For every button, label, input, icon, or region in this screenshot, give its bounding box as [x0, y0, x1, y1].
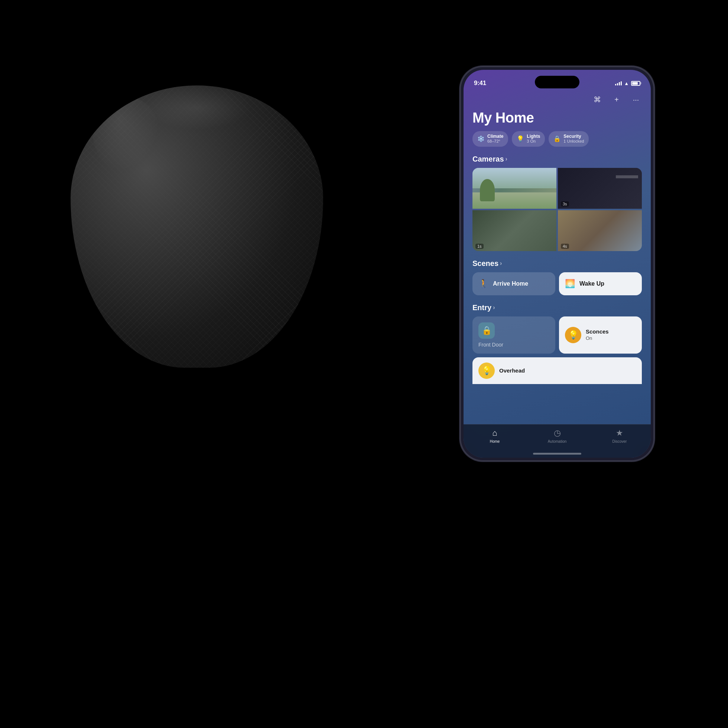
- camera-cell-front[interactable]: [473, 168, 557, 209]
- front-door-label: Front Door: [479, 342, 549, 348]
- camera-timestamp-2: 3s: [561, 201, 569, 206]
- camera-timestamp-3: 1s: [476, 244, 483, 249]
- page-title: My Home: [473, 110, 642, 126]
- wake-up-button[interactable]: 🌅 Wake Up: [559, 272, 642, 295]
- homepod-body: [70, 86, 323, 368]
- nav-automation-label: Automation: [548, 439, 567, 444]
- arrive-home-button[interactable]: 🚶 Arrive Home: [473, 272, 555, 295]
- overhead-label: Overhead: [499, 367, 636, 375]
- camera-timestamp-4: 4s: [561, 244, 569, 249]
- scenes-section-header[interactable]: Scenes ›: [473, 259, 642, 268]
- iphone-device: 9:41 ▲ ⌘: [460, 67, 654, 460]
- homepod-speaker: [44, 74, 349, 379]
- lights-pill[interactable]: 💡 Lights 3 On: [512, 131, 545, 147]
- security-pill-text: Security 1 Unlocked: [563, 134, 584, 144]
- camera-grid: 3s 1s 4s: [473, 168, 642, 251]
- overhead-text: Overhead: [499, 367, 636, 375]
- scenes-row: 🚶 Arrive Home 🌅 Wake Up: [473, 272, 642, 295]
- sconces-title: Sconces: [586, 328, 636, 335]
- signal-bars-icon: [615, 81, 622, 86]
- waveform-icon[interactable]: ⌘: [591, 93, 603, 106]
- front-door-card[interactable]: 🔒 Front Door: [473, 317, 555, 353]
- sconce-symbol: 💡: [568, 330, 578, 340]
- status-time: 9:41: [474, 80, 486, 87]
- climate-icon: ❄️: [477, 135, 485, 142]
- lock-symbol: 🔒: [482, 326, 492, 335]
- sconces-icon: 💡: [565, 327, 581, 343]
- nav-discover[interactable]: ★ Discover: [588, 428, 651, 444]
- climate-pill-text: Climate 68–72°: [487, 134, 503, 144]
- dynamic-island: [535, 76, 580, 89]
- overhead-symbol: 💡: [482, 366, 492, 376]
- iphone-screen: 9:41 ▲ ⌘: [463, 70, 651, 457]
- nav-automation-icon: ◷: [554, 428, 561, 438]
- nav-home-label: Home: [490, 439, 500, 444]
- nav-discover-label: Discover: [612, 439, 627, 444]
- entry-section-header[interactable]: Entry ›: [473, 303, 642, 312]
- climate-pill[interactable]: ❄️ Climate 68–72°: [473, 131, 508, 147]
- wifi-icon: ▲: [624, 81, 629, 86]
- lights-value: 3 On: [527, 139, 540, 144]
- wake-up-label: Wake Up: [580, 280, 604, 287]
- entry-chevron: ›: [493, 304, 495, 311]
- arrive-home-label: Arrive Home: [493, 280, 528, 287]
- security-value: 1 Unlocked: [563, 139, 584, 144]
- security-icon: 🔒: [554, 135, 561, 142]
- overhead-card[interactable]: 💡 Overhead: [473, 357, 642, 384]
- camera-cell-backyard[interactable]: 1s: [473, 210, 557, 251]
- scenes-chevron: ›: [500, 260, 502, 267]
- entry-section-label: Entry: [473, 303, 491, 312]
- lights-label: Lights: [527, 134, 540, 139]
- security-label: Security: [563, 134, 584, 139]
- cameras-chevron: ›: [506, 156, 507, 162]
- add-icon[interactable]: +: [611, 93, 622, 106]
- signal-bar-3: [619, 82, 620, 86]
- nav-home[interactable]: ⌂ Home: [463, 428, 526, 444]
- arrive-home-icon: 🚶: [479, 279, 488, 289]
- climate-value: 68–72°: [487, 139, 503, 144]
- security-pill[interactable]: 🔒 Security 1 Unlocked: [549, 131, 589, 147]
- nav-automation[interactable]: ◷ Automation: [526, 428, 588, 444]
- lights-icon: 💡: [517, 135, 524, 142]
- category-pills: ❄️ Climate 68–72° 💡 Lights 3 On: [473, 131, 642, 147]
- home-indicator: [533, 453, 581, 455]
- home-app-content: ⌘ + ··· My Home ❄️ Climate 68–72°: [463, 93, 651, 457]
- nav-home-icon: ⌂: [492, 428, 497, 438]
- sconces-text: Sconces On: [586, 328, 636, 341]
- entry-grid: 🔒 Front Door 💡 Sconces On: [473, 317, 642, 353]
- scenes-section-label: Scenes: [473, 259, 499, 268]
- nav-discover-icon: ★: [616, 428, 623, 438]
- action-bar: ⌘ + ···: [473, 93, 642, 106]
- cameras-section-label: Cameras: [473, 155, 504, 164]
- signal-bar-2: [617, 83, 618, 86]
- sconces-card[interactable]: 💡 Sconces On: [559, 317, 642, 353]
- camera-cell-garage[interactable]: 3s: [558, 168, 642, 209]
- battery-icon: [631, 81, 640, 86]
- lights-pill-text: Lights 3 On: [527, 134, 540, 144]
- more-options-icon[interactable]: ···: [630, 93, 642, 106]
- overhead-icon: 💡: [479, 362, 495, 379]
- cameras-section-header[interactable]: Cameras ›: [473, 155, 642, 164]
- camera-cell-living[interactable]: 4s: [558, 210, 642, 251]
- front-door-lock-icon: 🔒: [479, 323, 495, 339]
- status-icons: ▲: [615, 81, 640, 86]
- climate-label: Climate: [487, 134, 503, 139]
- sconces-subtitle: On: [586, 335, 636, 342]
- battery-fill: [632, 82, 638, 85]
- signal-bar-4: [621, 81, 622, 86]
- signal-bar-1: [615, 84, 616, 86]
- wake-up-icon: 🌅: [565, 279, 575, 289]
- homepod-highlight: [93, 96, 160, 171]
- scene: 9:41 ▲ ⌘: [0, 0, 728, 728]
